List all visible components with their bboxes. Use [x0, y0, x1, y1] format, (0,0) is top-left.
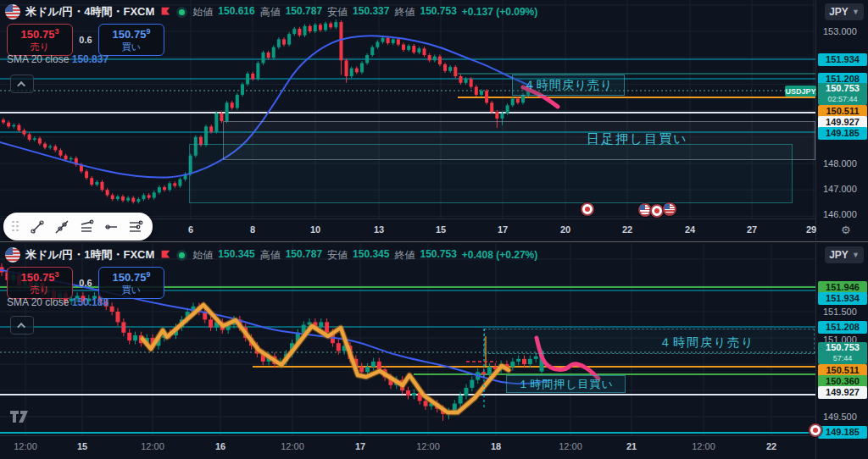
- ohlc-readout: 始値150.616 高値150.787 安値150.337 終値150.753: [192, 5, 457, 19]
- currency-dropdown[interactable]: JPY▼: [825, 3, 864, 20]
- symbol-header-1h: 米ドル/円・1時間・FXCM 始値150.345 高値150.787 安値150…: [5, 247, 537, 263]
- close-value: 150.753: [420, 248, 456, 263]
- time-tick: 12:00: [692, 441, 715, 451]
- market-open-icon[interactable]: [176, 7, 187, 18]
- time-tick: 15: [436, 224, 446, 235]
- panel-splitter[interactable]: [0, 241, 868, 243]
- collapse-button-4h[interactable]: [10, 75, 34, 93]
- spread-value: 0.6: [73, 278, 98, 288]
- sma-legend-1h[interactable]: SMA 20 close 150.188: [7, 296, 108, 308]
- annotation-4h-sell[interactable]: ４時間戻り売り: [659, 335, 755, 351]
- low-label: 安値: [327, 248, 348, 263]
- low-value: 150.337: [353, 5, 389, 19]
- tradingview-logo[interactable]: [10, 411, 32, 423]
- price-badge-white: 149.927: [818, 386, 867, 399]
- flag-icon[interactable]: [159, 6, 171, 18]
- time-tick: 12:00: [281, 441, 304, 451]
- economic-event-jp-icon[interactable]: [809, 423, 822, 437]
- time-tick: 17: [498, 224, 508, 235]
- symbol-header-4h: 米ドル/円・4時間・FXCM 始値150.616 高値150.787 安値150…: [5, 4, 537, 19]
- panel-1h: ４時間戻り売り １時間押し目買い 米ドル/円・1時間・FXCM 始値150.34…: [0, 243, 868, 459]
- price-tick: 151.500: [823, 306, 857, 318]
- time-axis-1h[interactable]: 12:001512:001612:001712:001812:002112:00…: [0, 435, 815, 459]
- annotation-daily-buy[interactable]: 日足押し目買い: [587, 131, 688, 147]
- axis-settings-gear-icon[interactable]: ⚙: [841, 224, 851, 236]
- order-widget-1h: 150.753 売り 0.6 150.759 買い: [7, 267, 164, 299]
- annotation-1h-buy[interactable]: １時間押し目買い: [506, 375, 626, 393]
- chevron-down-icon: ▼: [852, 8, 860, 16]
- ohlc-readout: 始値150.345 高値150.787 安値150.345 終値150.753: [192, 248, 457, 263]
- open-label: 始値: [192, 5, 213, 19]
- time-tick: 12:00: [14, 441, 37, 451]
- time-tick: 22: [766, 441, 776, 451]
- time-tick: 18: [491, 441, 501, 451]
- market-open-icon[interactable]: [176, 250, 187, 261]
- price-badge-teal: 150.75357:44: [818, 342, 867, 364]
- price-badge-cyan: 151.934: [818, 53, 867, 66]
- time-tick: 24: [685, 224, 695, 235]
- daily-buy-zone-rect[interactable]: [189, 144, 793, 203]
- price-tick: 149.500: [823, 411, 857, 423]
- high-label: 高値: [260, 248, 281, 263]
- trading-platform: ４時間戻り売り 日足押し目買い USDJPY 米ドル/円・4時間・FXCM 始値…: [0, 0, 868, 459]
- time-tick: 10: [310, 224, 320, 235]
- price-badge-teal: 150.75302:57:44: [818, 83, 867, 105]
- drawing-toolbar: [3, 213, 153, 241]
- pair-flag-icon: [5, 4, 20, 19]
- parallel-lines-tool-icon[interactable]: [127, 217, 144, 237]
- open-value: 150.345: [218, 248, 254, 263]
- price-tick: 153.000: [823, 25, 857, 37]
- economic-event-us-icon[interactable]: [663, 202, 676, 216]
- economic-event-jp-icon[interactable]: [581, 202, 594, 216]
- price-axis-4h[interactable]: JPY▼ 153.000148.000147.000146.000151.934…: [815, 0, 868, 241]
- time-tick: 12:00: [416, 441, 440, 451]
- symbol-title[interactable]: 米ドル/円・4時間・FXCM: [25, 4, 154, 19]
- time-tick: 12:00: [141, 441, 164, 451]
- price-badge-cyan: 149.185: [818, 426, 867, 439]
- low-label: 安値: [327, 5, 348, 19]
- pair-flag-icon: [5, 247, 20, 263]
- time-tick: 29: [806, 224, 816, 235]
- fan-lines-tool-icon[interactable]: [78, 217, 95, 237]
- collapse-button-1h[interactable]: [10, 316, 34, 335]
- high-label: 高値: [260, 5, 281, 19]
- price-badge-cyan: 151.208: [818, 321, 867, 334]
- spread-value: 0.6: [73, 35, 98, 45]
- annotation-4h-sell[interactable]: ４時間戻り売り: [512, 75, 625, 96]
- sell-zone-dashed-rect[interactable]: [484, 329, 815, 354]
- time-tick: 15: [77, 441, 87, 451]
- open-label: 始値: [192, 248, 213, 263]
- sell-button[interactable]: 150.753 売り: [7, 267, 73, 299]
- time-tick: 21: [626, 441, 637, 451]
- time-tick: 12:00: [559, 441, 582, 451]
- price-axis-1h[interactable]: JPY▼ 151.500151.000149.500151.946151.934…: [815, 243, 868, 459]
- change-readout: +0.137 (+0.09%): [462, 6, 537, 18]
- price-badge-cyan: 149.185: [818, 127, 867, 140]
- horizontal-line-tool-icon[interactable]: [103, 217, 120, 237]
- time-tick: 8: [250, 224, 255, 235]
- trend-line-tool-icon[interactable]: [29, 217, 46, 237]
- economic-event-jp-icon[interactable]: [650, 204, 664, 218]
- toolbar-drag-handle[interactable]: [12, 221, 19, 233]
- high-value: 150.787: [286, 248, 322, 263]
- open-value: 150.616: [218, 5, 254, 19]
- close-label: 終値: [394, 248, 415, 263]
- close-label: 終値: [394, 5, 415, 19]
- flag-icon[interactable]: [159, 249, 171, 261]
- price-badge-cyan: 151.934: [818, 292, 867, 305]
- buy-button[interactable]: 150.759 買い: [98, 24, 164, 56]
- low-value: 150.345: [353, 248, 389, 263]
- sma-legend-4h[interactable]: SMA 20 close 150.837: [7, 53, 108, 65]
- currency-dropdown[interactable]: JPY▼: [825, 246, 864, 263]
- sell-button[interactable]: 150.753 売り: [7, 24, 73, 56]
- close-value: 150.753: [420, 5, 456, 19]
- order-widget-4h: 150.753 売り 0.6 150.759 買い: [7, 24, 164, 56]
- zigzag-drawing: [142, 305, 509, 412]
- buy-button[interactable]: 150.759 買い: [98, 267, 164, 299]
- ray-tool-icon[interactable]: [53, 217, 70, 237]
- time-tick: 17: [355, 441, 365, 451]
- price-tick: 146.000: [823, 208, 857, 220]
- symbol-title[interactable]: 米ドル/円・1時間・FXCM: [25, 247, 154, 263]
- time-tick: 20: [560, 224, 570, 235]
- price-tick: 148.000: [823, 158, 857, 169]
